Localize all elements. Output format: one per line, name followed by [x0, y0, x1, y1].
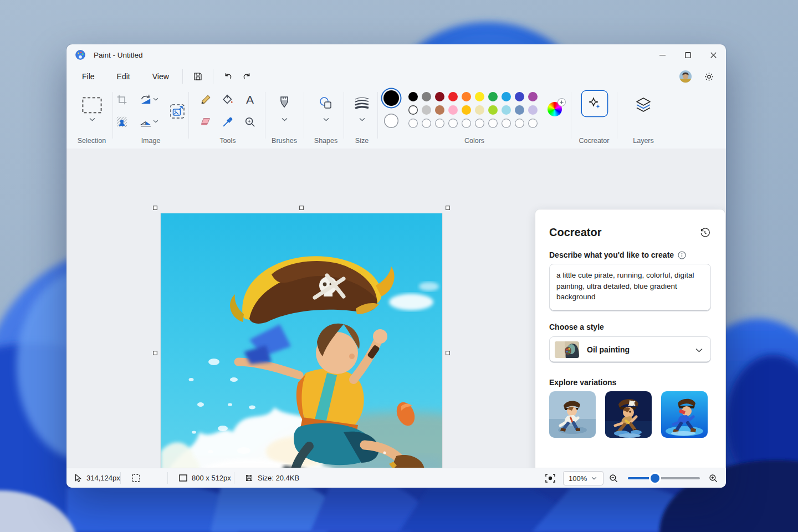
shapes-dropdown[interactable] — [322, 116, 330, 122]
crop-button[interactable] — [114, 92, 130, 108]
undo-button[interactable] — [219, 68, 238, 85]
zoom-level-dropdown[interactable]: 100% — [563, 471, 603, 485]
palette-empty-slot[interactable] — [435, 119, 444, 128]
describe-label-row: Describe what you'd like to create — [549, 250, 686, 259]
minimize-button[interactable] — [649, 44, 675, 65]
zoom-in-button[interactable] — [708, 468, 718, 488]
brushes-button[interactable] — [277, 95, 292, 111]
divider — [377, 92, 378, 139]
palette-color-swatch[interactable] — [502, 105, 511, 115]
selection-handle-top-right[interactable] — [446, 206, 450, 210]
selection-size — [132, 468, 140, 488]
palette-color-swatch[interactable] — [422, 92, 431, 101]
fit-to-screen-button[interactable] — [545, 468, 556, 488]
resize-image-icon — [170, 104, 185, 119]
redo-button[interactable] — [238, 68, 257, 85]
close-button[interactable] — [700, 44, 726, 65]
menu-file[interactable]: File — [74, 69, 103, 84]
selection-handle-middle-left[interactable] — [153, 351, 157, 355]
eraser-tool-button[interactable] — [198, 114, 213, 130]
palette-color-swatch[interactable] — [448, 92, 458, 101]
history-button[interactable] — [699, 227, 710, 241]
pencil-tool-button[interactable] — [198, 92, 213, 108]
shapes-button[interactable] — [318, 95, 334, 111]
palette-empty-slot[interactable] — [422, 119, 431, 128]
style-dropdown[interactable]: Oil painting — [549, 336, 711, 363]
palette-color-swatch[interactable] — [408, 105, 418, 115]
menu-view[interactable]: View — [145, 69, 177, 84]
resize-button[interactable] — [168, 103, 186, 120]
zoom-slider-thumb[interactable] — [651, 474, 659, 483]
prompt-input[interactable] — [549, 264, 711, 311]
rotate-button[interactable] — [138, 92, 154, 108]
zoom-slider[interactable] — [628, 477, 700, 479]
size-group: Size — [348, 88, 376, 149]
palette-color-swatch[interactable] — [435, 105, 444, 115]
brushes-dropdown[interactable] — [280, 116, 288, 122]
variation-thumbnail-2[interactable] — [605, 391, 652, 438]
settings-button[interactable] — [699, 68, 718, 85]
palette-empty-slot[interactable] — [462, 119, 471, 128]
palette-empty-slot[interactable] — [502, 119, 511, 128]
variation-thumbnail-3[interactable] — [661, 391, 708, 438]
save-icon — [193, 71, 203, 81]
palette-color-swatch[interactable] — [462, 92, 471, 101]
text-tool-button[interactable]: A — [242, 92, 258, 108]
selection-dropdown[interactable] — [88, 116, 96, 122]
palette-empty-slot[interactable] — [408, 119, 418, 128]
selection-size-icon — [132, 474, 140, 482]
zoom-in-icon — [708, 473, 718, 483]
shapes-icon — [319, 96, 333, 110]
magnifier-tool-button[interactable] — [242, 114, 258, 130]
palette-color-swatch[interactable] — [528, 105, 538, 115]
palette-color-swatch[interactable] — [488, 105, 498, 115]
zoom-out-button[interactable] — [608, 468, 618, 488]
palette-color-swatch[interactable] — [515, 92, 524, 101]
palette-color-swatch[interactable] — [475, 105, 484, 115]
palette-color-swatch[interactable] — [515, 105, 524, 115]
selection-handle-top-center[interactable] — [299, 206, 304, 210]
palette-empty-slot[interactable] — [475, 119, 484, 128]
palette-color-swatch[interactable] — [408, 92, 418, 101]
flip-dropdown[interactable] — [152, 119, 160, 124]
canvas-workspace[interactable]: Cocreator Describe what you'd like to cr… — [66, 149, 726, 468]
palette-color-swatch[interactable] — [488, 92, 498, 101]
divider — [344, 92, 344, 139]
info-icon[interactable] — [678, 251, 686, 259]
size-button[interactable] — [354, 95, 370, 111]
background-color-swatch[interactable] — [384, 114, 398, 128]
palette-color-swatch[interactable] — [435, 92, 444, 101]
save-button[interactable] — [188, 68, 207, 85]
size-dropdown[interactable] — [358, 116, 366, 122]
palette-empty-slot[interactable] — [515, 119, 524, 128]
palette-color-swatch[interactable] — [462, 105, 471, 115]
palette-color-swatch[interactable] — [422, 105, 431, 115]
brushes-group-label: Brushes — [267, 137, 301, 145]
fill-tool-button[interactable] — [220, 92, 236, 108]
selection-handle-middle-right[interactable] — [446, 351, 450, 355]
palette-color-swatch[interactable] — [528, 92, 538, 101]
cocreator-button[interactable] — [582, 91, 607, 116]
selection-handle-top-left[interactable] — [153, 206, 157, 210]
edit-colors-button[interactable] — [548, 102, 562, 116]
selection-tool-button[interactable] — [80, 95, 104, 115]
palette-color-swatch[interactable] — [448, 105, 458, 115]
remove-background-button[interactable] — [114, 114, 130, 130]
maximize-button[interactable] — [675, 44, 700, 65]
palette-empty-slot[interactable] — [528, 119, 538, 128]
foreground-color-swatch[interactable] — [383, 90, 399, 106]
undo-icon — [223, 71, 233, 82]
flip-button[interactable] — [138, 114, 154, 130]
palette-color-swatch[interactable] — [502, 92, 511, 101]
menu-bar: File Edit View — [66, 65, 726, 88]
rotate-dropdown[interactable] — [152, 96, 160, 102]
palette-color-swatch[interactable] — [475, 92, 484, 101]
palette-empty-slot[interactable] — [488, 119, 498, 128]
user-avatar[interactable] — [679, 70, 692, 83]
layers-button[interactable] — [633, 96, 653, 114]
variation-thumbnail-1[interactable] — [549, 391, 596, 438]
color-picker-tool-button[interactable] — [220, 114, 236, 130]
canvas-image[interactable] — [161, 213, 442, 488]
palette-empty-slot[interactable] — [448, 119, 458, 128]
menu-edit[interactable]: Edit — [109, 69, 138, 84]
